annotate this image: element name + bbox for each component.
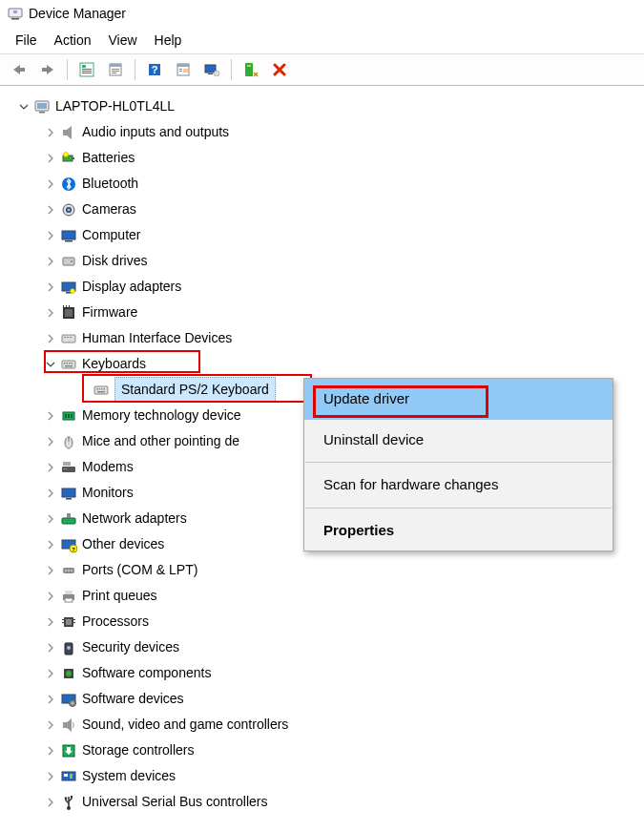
context-update-driver[interactable]: Update driver <box>304 379 613 420</box>
menu-view[interactable]: View <box>108 32 136 48</box>
chevron-right-icon[interactable] <box>44 229 57 242</box>
svg-rect-60 <box>94 386 108 394</box>
svg-rect-51 <box>64 337 66 338</box>
tree-category[interactable]: Security devices <box>4 634 640 660</box>
properties-button[interactable] <box>102 56 129 83</box>
tree-category[interactable]: Cameras <box>4 197 640 222</box>
tree-category[interactable]: Computer <box>4 222 640 248</box>
keyboard-icon <box>92 381 111 400</box>
chevron-right-icon[interactable] <box>44 409 57 423</box>
hid-icon <box>59 329 78 348</box>
security-icon <box>59 638 78 657</box>
toolbar-separator <box>231 59 232 80</box>
menu-action[interactable]: Action <box>54 32 92 48</box>
chevron-right-icon[interactable] <box>44 538 57 551</box>
svg-rect-26 <box>247 65 251 67</box>
forward-button[interactable] <box>34 56 61 83</box>
chevron-right-icon[interactable] <box>44 435 57 448</box>
svg-rect-9 <box>82 73 92 73</box>
tree-category[interactable]: Storage controllers <box>4 738 640 763</box>
tree-category[interactable]: Audio inputs and outputs <box>4 119 640 145</box>
svg-rect-52 <box>67 337 69 338</box>
context-uninstall-device[interactable]: Uninstall device <box>304 420 613 461</box>
tree-category[interactable]: Universal Serial Bus controllers <box>4 789 640 815</box>
toolbar: ? <box>0 53 644 86</box>
chevron-right-icon[interactable] <box>44 718 57 732</box>
chevron-right-icon[interactable] <box>44 126 57 139</box>
chevron-right-icon[interactable] <box>44 203 57 217</box>
tree-category[interactable]: Ports (COM & LPT) <box>4 557 640 583</box>
chevron-right-icon[interactable] <box>44 461 57 474</box>
root-label: LAPTOP-HL0TL4LL <box>55 96 175 116</box>
svg-rect-61 <box>96 388 98 390</box>
svg-rect-7 <box>82 69 92 70</box>
device-manager-icon <box>8 6 23 21</box>
tree-category[interactable]: Display adapters <box>4 274 640 300</box>
chevron-right-icon[interactable] <box>44 590 57 603</box>
chevron-right-icon[interactable] <box>44 770 57 783</box>
chevron-right-icon[interactable] <box>44 306 57 320</box>
chevron-right-icon[interactable] <box>44 667 57 680</box>
tree-category[interactable]: Keyboards <box>4 351 640 377</box>
chevron-down-icon[interactable] <box>44 358 57 371</box>
tree-category-label: Software components <box>82 663 211 683</box>
tree-category-label: Network adapters <box>82 509 187 529</box>
svg-rect-8 <box>82 71 92 72</box>
tree-category[interactable]: Software devices <box>4 686 640 712</box>
action-sheet-button[interactable] <box>170 56 197 83</box>
chevron-down-icon[interactable] <box>17 100 31 114</box>
tree-category[interactable]: Firmware <box>4 300 640 325</box>
tree-category-label: Universal Serial Bus controllers <box>82 792 268 812</box>
chevron-right-icon[interactable] <box>44 152 57 165</box>
svg-rect-48 <box>66 305 67 307</box>
tree-category[interactable]: Bluetooth <box>4 171 640 197</box>
context-properties[interactable]: Properties <box>304 510 613 551</box>
svg-rect-91 <box>66 619 72 625</box>
chevron-right-icon[interactable] <box>44 280 57 294</box>
svg-rect-11 <box>110 64 121 67</box>
window-title: Device Manager <box>29 6 126 21</box>
tree-category[interactable]: Batteries <box>4 145 640 171</box>
chevron-right-icon[interactable] <box>44 744 57 758</box>
tree-category[interactable]: Disk drives <box>4 248 640 274</box>
svg-point-24 <box>214 71 219 76</box>
swdev-icon <box>59 690 78 709</box>
menu-help[interactable]: Help <box>155 32 182 48</box>
chevron-right-icon[interactable] <box>44 512 57 526</box>
context-scan-hardware[interactable]: Scan for hardware changes <box>304 465 613 506</box>
help-button[interactable]: ? <box>141 56 168 83</box>
disk-icon <box>59 252 78 271</box>
chevron-right-icon[interactable] <box>44 641 57 654</box>
svg-rect-46 <box>65 309 73 317</box>
tree-category[interactable]: System devices <box>4 763 640 789</box>
mouse-icon <box>59 432 78 451</box>
delete-button[interactable] <box>266 56 293 83</box>
root-node[interactable]: LAPTOP-HL0TL4LL <box>4 93 640 119</box>
remote-monitor-button[interactable] <box>198 56 225 83</box>
tree-category[interactable]: Sound, video and game controllers <box>4 712 640 738</box>
svg-rect-49 <box>69 305 70 307</box>
chevron-right-icon[interactable] <box>44 487 57 500</box>
show-hide-tree-button[interactable] <box>73 56 100 83</box>
back-button[interactable] <box>6 56 32 83</box>
chevron-right-icon[interactable] <box>44 255 57 268</box>
scan-hardware-button[interactable] <box>238 56 264 83</box>
tree-category[interactable]: Software components <box>4 660 640 686</box>
chevron-right-icon[interactable] <box>44 177 57 191</box>
svg-rect-75 <box>63 462 71 466</box>
tree-category[interactable]: Processors <box>4 609 640 634</box>
chevron-right-icon[interactable] <box>44 332 57 345</box>
chevron-right-icon[interactable] <box>44 796 57 809</box>
tree-category[interactable]: Print queues <box>4 583 640 609</box>
chevron-right-icon[interactable] <box>44 564 57 577</box>
svg-point-85 <box>68 570 70 571</box>
menu-file[interactable]: File <box>15 32 37 48</box>
chevron-right-icon[interactable] <box>44 693 57 706</box>
chevron-right-icon[interactable] <box>44 615 57 629</box>
svg-rect-40 <box>63 258 74 265</box>
svg-rect-56 <box>67 363 69 364</box>
svg-point-41 <box>71 260 73 262</box>
svg-point-110 <box>71 795 73 797</box>
tree-category[interactable]: Human Interface Devices <box>4 325 640 351</box>
svg-rect-13 <box>112 71 119 72</box>
